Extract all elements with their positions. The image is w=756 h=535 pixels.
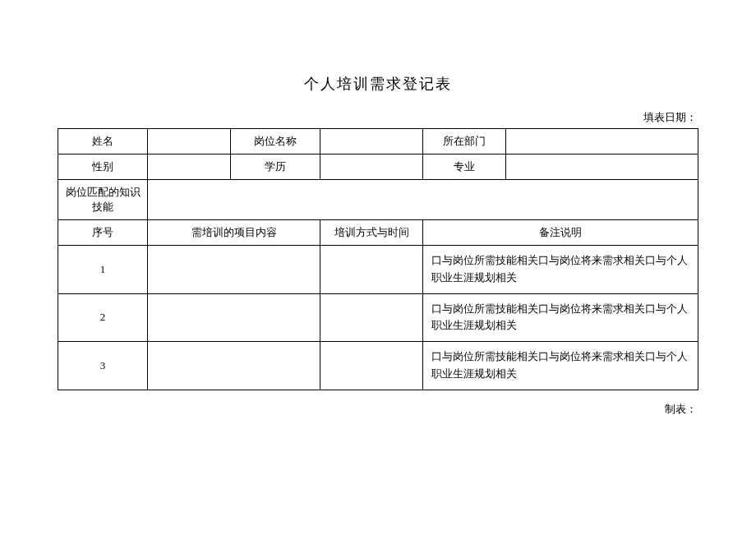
table-row: 2 口与岗位所需技能相关口与岗位将来需求相关口与个人职业生涯规划相关 bbox=[58, 293, 698, 342]
cell-content-1[interactable] bbox=[148, 246, 320, 294]
cell-method-1[interactable] bbox=[320, 246, 423, 294]
table-row: 3 口与岗位所需技能相关口与岗位将来需求相关口与个人职业生涯规划相关 bbox=[58, 342, 698, 390]
table-header-row: 序号 需培训的项目内容 培训方式与时间 备注说明 bbox=[58, 220, 698, 246]
cell-no-1: 1 bbox=[58, 246, 148, 294]
cell-remark-2[interactable]: 口与岗位所需技能相关口与岗位将来需求相关口与个人职业生涯规划相关 bbox=[422, 293, 698, 342]
value-gender[interactable] bbox=[148, 155, 231, 180]
cell-no-3: 3 bbox=[58, 342, 148, 390]
value-department[interactable] bbox=[506, 129, 698, 155]
value-skills[interactable] bbox=[148, 180, 698, 220]
label-education: 学历 bbox=[231, 155, 320, 180]
label-name: 姓名 bbox=[58, 129, 148, 155]
cell-method-2[interactable] bbox=[320, 293, 423, 342]
header-no: 序号 bbox=[58, 220, 148, 246]
label-position: 岗位名称 bbox=[231, 129, 320, 155]
value-position[interactable] bbox=[320, 129, 423, 155]
label-skills: 岗位匹配的知识技能 bbox=[58, 180, 148, 220]
label-department: 所在部门 bbox=[422, 129, 505, 155]
cell-content-3[interactable] bbox=[148, 342, 320, 390]
value-major[interactable] bbox=[506, 155, 698, 180]
table-row: 1 口与岗位所需技能相关口与岗位将来需求相关口与个人职业生涯规划相关 bbox=[58, 246, 698, 294]
cell-method-3[interactable] bbox=[320, 342, 423, 390]
fill-date-label: 填表日期： bbox=[58, 110, 698, 125]
value-name[interactable] bbox=[148, 129, 231, 155]
footer-label: 制表： bbox=[58, 402, 698, 417]
cell-remark-3[interactable]: 口与岗位所需技能相关口与岗位将来需求相关口与个人职业生涯规划相关 bbox=[422, 342, 698, 390]
cell-no-2: 2 bbox=[58, 293, 148, 342]
info-row-2: 性别 学历 专业 bbox=[58, 155, 698, 180]
header-remark: 备注说明 bbox=[422, 220, 698, 246]
header-method: 培训方式与时间 bbox=[320, 220, 423, 246]
value-education[interactable] bbox=[320, 155, 423, 180]
label-gender: 性别 bbox=[58, 155, 148, 180]
info-row-1: 姓名 岗位名称 所在部门 bbox=[58, 129, 698, 155]
cell-remark-1[interactable]: 口与岗位所需技能相关口与岗位将来需求相关口与个人职业生涯规划相关 bbox=[422, 246, 698, 294]
header-content: 需培训的项目内容 bbox=[148, 220, 320, 246]
cell-content-2[interactable] bbox=[148, 293, 320, 342]
info-row-3: 岗位匹配的知识技能 bbox=[58, 180, 698, 220]
label-major: 专业 bbox=[422, 155, 505, 180]
page-title: 个人培训需求登记表 bbox=[58, 74, 698, 94]
form-container: 个人培训需求登记表 填表日期： 姓名 岗位名称 所在部门 性别 学历 专业 bbox=[0, 0, 756, 417]
form-table: 姓名 岗位名称 所在部门 性别 学历 专业 岗位匹配的知识技能 序号 需培训的项… bbox=[58, 128, 698, 390]
